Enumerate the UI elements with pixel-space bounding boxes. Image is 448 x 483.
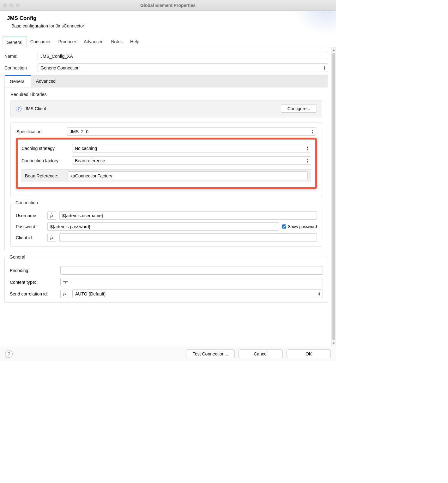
content-type-input[interactable] <box>60 278 323 286</box>
bean-reference-input[interactable] <box>68 171 308 180</box>
username-input[interactable] <box>59 211 317 220</box>
help-button[interactable]: ? <box>5 350 13 358</box>
scroll-thumb[interactable] <box>332 53 335 340</box>
tab-advanced[interactable]: Advanced <box>80 37 107 47</box>
show-password-checkbox[interactable]: Show password <box>282 224 317 229</box>
configure-button[interactable]: Configure... <box>281 104 317 113</box>
inner-tabs: General Advanced <box>5 75 328 87</box>
chevron-updown-icon: ▲▼ <box>311 129 314 134</box>
client-id-input[interactable] <box>59 233 317 242</box>
bean-reference-group: Bean Reference: <box>21 169 311 182</box>
scroll-down-arrow-icon[interactable]: ▼ <box>332 341 336 346</box>
spec-fieldset: Specification: JMS_2_0 ▲▼ Caching strate… <box>10 122 322 197</box>
connection-fieldset: Connection Username: fx Password: Show p… <box>10 203 322 247</box>
specification-label: Specification: <box>16 129 67 134</box>
window-title: Global Element Properties <box>3 3 333 8</box>
tab-consumer[interactable]: Consumer <box>27 37 55 47</box>
name-input[interactable] <box>38 52 328 60</box>
inner-tab-general[interactable]: General <box>5 75 31 87</box>
test-connection-button[interactable]: Test Connection... <box>186 349 235 358</box>
required-libraries-box: ? JMS Client Configure... <box>10 100 322 117</box>
encoding-input[interactable] <box>60 266 323 275</box>
help-icon: ? <box>16 106 21 111</box>
inner-tab-advanced[interactable]: Advanced <box>31 75 61 87</box>
dialog-header: JMS Config Base configuration for JmsCon… <box>0 11 336 32</box>
tab-notes[interactable]: Notes <box>107 37 127 47</box>
connection-factory-select[interactable]: Bean reference ▲▼ <box>72 156 311 165</box>
send-correlation-id-select[interactable]: AUTO (Default) ▲▼ <box>72 289 323 298</box>
client-id-label: Client id: <box>16 235 47 240</box>
header-decoration <box>288 11 336 39</box>
zoom-window-button[interactable] <box>16 3 20 7</box>
fx-button[interactable]: fx <box>47 212 56 220</box>
show-password-label: Show password <box>288 224 317 229</box>
connection-factory-value: Bean reference <box>75 158 105 163</box>
fx-button[interactable]: fx <box>60 290 69 298</box>
page-subtitle: Base configuration for JmsConnector <box>11 23 329 28</box>
ok-button[interactable]: OK <box>287 349 331 358</box>
bean-reference-label: Bean Reference: <box>25 173 68 178</box>
specification-select[interactable]: JMS_2_0 ▲▼ <box>67 127 316 136</box>
tab-help[interactable]: Help <box>126 37 143 47</box>
content-area: Name: Connection Generic Connection ▲▼ G… <box>0 47 331 346</box>
general-fieldset: General Encoding: Content type: Send cor… <box>4 257 328 303</box>
chevron-updown-icon: ▲▼ <box>318 292 321 296</box>
username-label: Username: <box>16 213 47 218</box>
general-section-title: General <box>8 254 27 259</box>
cancel-button[interactable]: Cancel <box>239 349 283 358</box>
jms-client-label: JMS Client <box>25 106 46 111</box>
caching-strategy-value: No caching <box>75 146 97 151</box>
send-correlation-id-value: AUTO (Default) <box>75 291 106 296</box>
tab-producer[interactable]: Producer <box>54 37 80 47</box>
connection-panel: General Advanced Required Libraries ? JM… <box>4 75 328 251</box>
encoding-label: Encoding: <box>10 268 60 273</box>
name-label: Name: <box>4 54 38 59</box>
caching-strategy-label: Caching strategy <box>21 146 72 151</box>
close-window-button[interactable] <box>3 3 7 7</box>
send-correlation-id-label: Send correlation id: <box>10 291 60 296</box>
content-type-label: Content type: <box>10 280 60 285</box>
required-libraries-title: Required Libraries <box>10 92 322 97</box>
dialog-footer: ? Test Connection... Cancel OK <box>0 346 336 361</box>
titlebar: Global Element Properties <box>0 0 336 11</box>
connection-select[interactable]: Generic Connection ▲▼ <box>38 63 328 72</box>
specification-value: JMS_2_0 <box>70 129 88 134</box>
main-tabs: General Consumer Producer Advanced Notes… <box>0 37 336 47</box>
caching-strategy-select[interactable]: No caching ▲▼ <box>72 144 311 152</box>
minimize-window-button[interactable] <box>9 3 13 7</box>
password-label: Password: <box>16 224 47 229</box>
chevron-updown-icon: ▲▼ <box>323 66 326 70</box>
fx-button[interactable]: fx <box>47 234 56 242</box>
password-input[interactable] <box>47 222 279 231</box>
page-title: JMS Config <box>7 15 329 21</box>
scroll-up-arrow-icon[interactable]: ▲ <box>332 47 336 52</box>
connection-factory-label: Connection factory <box>21 158 72 163</box>
connection-label: Connection <box>4 65 38 70</box>
vertical-scrollbar[interactable]: ▲ ▼ <box>331 47 336 346</box>
highlight-box: Caching strategy No caching ▲▼ Connectio… <box>16 138 317 189</box>
chevron-updown-icon: ▲▼ <box>306 158 309 163</box>
connection-select-value: Generic Connection <box>40 65 80 70</box>
show-password-input[interactable] <box>282 224 286 229</box>
chevron-updown-icon: ▲▼ <box>306 146 309 151</box>
connection-section-title: Connection <box>14 200 39 205</box>
tab-general[interactable]: General <box>3 37 27 47</box>
